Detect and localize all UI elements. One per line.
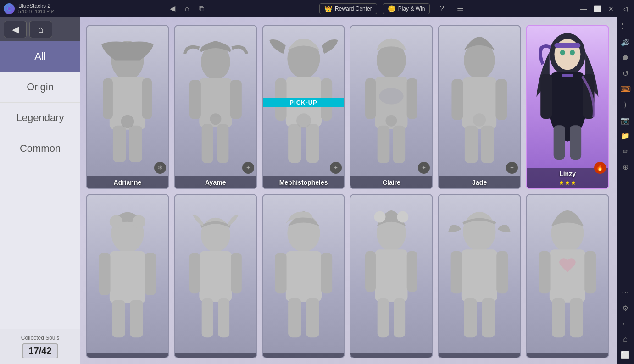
folder-button[interactable]: 📁 [618,128,633,143]
svg-rect-82 [464,298,477,337]
svg-rect-68 [288,298,301,337]
nav-back-button[interactable]: ◀ [166,2,179,15]
character-card-row2-3[interactable] [262,194,345,358]
svg-rect-83 [482,298,495,337]
screenshot-button[interactable]: 📷 [618,113,633,127]
row2-char2-art [175,195,256,353]
character-card-jade[interactable]: Jade ✦ [438,25,521,189]
svg-rect-76 [378,298,389,337]
star-3: ★ [571,179,576,186]
play-win-button[interactable]: 🪙 Play & Win [383,3,430,14]
character-card-ayame[interactable]: Ayame ✦ [174,25,257,189]
row2-char6-name [527,354,608,356]
row2-char1-art [87,195,168,353]
settings-button[interactable]: ⚙ [618,301,633,315]
help-button[interactable]: ? [435,2,448,15]
character-card-adrianne[interactable]: Adrianne ❄ [86,25,169,189]
fullscreen-button[interactable]: ⛶ [618,19,633,34]
row2-char4-art [350,195,432,353]
reward-center-button[interactable]: 👑 Reward Center [319,3,377,14]
sidebar-menu: All Origin Legendary Common [0,41,80,329]
svg-rect-67 [321,253,332,293]
svg-rect-85 [550,249,585,303]
character-card-linzy[interactable]: Linzy ★ ★ ★ 🔥 [526,25,609,189]
rotate-button[interactable]: ↺ [618,66,633,81]
pickup-badge: PICK-UP [263,98,345,107]
nav-home-button[interactable]: ⌂ [181,2,194,15]
minimize-button[interactable]: — [578,3,589,14]
svg-point-29 [379,88,404,105]
adrianne-emblem: ❄ [154,162,166,174]
character-card-row2-6[interactable] [526,194,609,358]
location-button[interactable]: ⊕ [618,160,633,174]
svg-rect-65 [285,251,321,302]
right-toolbar: ⛶ 🔊 ⏺ ↺ ⌨ ⟩ 📷 📁 ✏ ⊕ ⋯ ⚙ ← ⌂ ⬜ [617,17,634,364]
character-card-mephistopheles[interactable]: PICK-UP Mephistopheles ✦ [262,25,345,189]
svg-rect-28 [393,126,406,163]
svg-rect-5 [142,78,152,119]
svg-rect-74 [365,251,376,292]
sidebar-item-legendary-label: Legendary [17,112,64,123]
svg-rect-45 [540,74,552,119]
jade-emblem: ✦ [506,162,518,174]
claire-art [350,26,432,176]
mephistopheles-name: Mephistopheles [263,178,345,187]
row2-char3-name [263,354,345,356]
back-arrow-button[interactable]: ◁ [619,3,630,14]
gamepad-button[interactable]: ⌨ [618,82,633,96]
svg-rect-13 [202,124,213,163]
svg-rect-89 [570,298,583,337]
menu-button[interactable]: ☰ [454,2,467,15]
svg-point-78 [463,212,496,251]
app-name-group: BlueStacks 2 5.10.10.1013 P64 [18,3,55,14]
collected-souls-value: 17/42 [22,343,58,358]
record-button[interactable]: ⏺ [618,50,633,65]
row2-char1-bottom [87,353,168,358]
more-button[interactable]: ⋯ [618,285,633,300]
sidebar-item-all[interactable]: All [0,41,80,72]
svg-rect-81 [497,251,508,293]
restore-button[interactable]: ⬜ [592,3,603,14]
claire-bottom: Claire [350,176,432,188]
ayame-emblem: ✦ [242,162,254,174]
character-card-row2-4[interactable] [350,194,433,358]
collected-souls-panel: Collected Souls 17/42 [0,329,80,364]
crown-icon: 👑 [324,5,332,12]
titlebar: BlueStacks 2 5.10.10.1013 P64 ◀ ⌂ ⧉ 👑 Re… [0,0,634,17]
svg-rect-60 [189,253,200,293]
svg-point-8 [121,115,134,128]
svg-rect-69 [306,298,319,337]
svg-point-15 [210,113,221,125]
svg-rect-62 [202,298,213,337]
sidebar-item-legendary[interactable]: Legendary [0,103,80,133]
volume-button[interactable]: 🔊 [618,35,633,50]
close-button[interactable]: ✕ [606,3,617,14]
svg-point-71 [374,211,386,223]
svg-rect-47 [554,125,565,160]
body-row: ◀ ⌂ All Origin Legendary Common [0,17,634,364]
svg-rect-54 [112,300,125,337]
toolbar-back-button[interactable]: ← [618,316,633,331]
character-card-claire[interactable]: Claire ✦ [350,25,433,189]
character-card-row2-2[interactable] [174,194,257,358]
sidebar-item-common[interactable]: Common [0,133,80,164]
keymapping-button[interactable]: ✏ [618,144,633,159]
svg-rect-20 [288,124,301,163]
svg-rect-6 [113,126,126,162]
svg-rect-27 [378,126,390,163]
svg-rect-80 [451,251,462,293]
macro-button[interactable]: ⟩ [618,97,633,112]
sidebar-back-button[interactable]: ◀ [4,21,27,38]
toolbar-home-button[interactable]: ⌂ [618,332,633,347]
toolbar-recents-button[interactable]: ⬜ [618,347,633,362]
svg-rect-88 [552,298,565,337]
svg-point-1 [8,7,11,10]
character-card-row2-1[interactable] [86,194,169,358]
row2-char5-bottom [439,353,520,358]
sidebar-home-button[interactable]: ⌂ [29,21,52,38]
character-card-row2-5[interactable] [438,194,521,358]
character-grid: Adrianne ❄ [80,17,617,364]
nav-clone-button[interactable]: ⧉ [195,2,208,15]
sidebar-item-origin[interactable]: Origin [0,72,80,103]
reward-center-label: Reward Center [335,6,372,12]
